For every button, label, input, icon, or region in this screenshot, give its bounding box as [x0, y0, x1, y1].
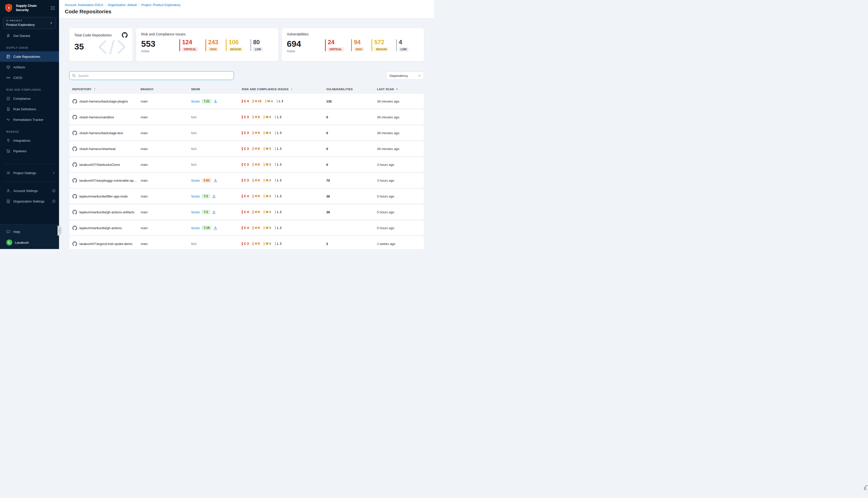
sidebar-item-get-started[interactable]: Get Started: [0, 30, 59, 41]
table-row[interactable]: tejakummarikuntla/gh-actions main Score …: [69, 220, 424, 235]
column-header-sbom[interactable]: SBOM: [191, 88, 242, 91]
sbom-score-link[interactable]: Score: [191, 100, 200, 103]
sort-asc-icon[interactable]: [395, 88, 399, 91]
sidebar-item-label: Help: [13, 230, 20, 234]
sbom-score-link[interactable]: Score: [191, 179, 200, 182]
download-sbom-icon[interactable]: [212, 194, 216, 198]
column-header-repository[interactable]: REPOSITORY: [69, 88, 141, 91]
brand-shield-logo: [4, 3, 13, 13]
sidebar-item-pipelines[interactable]: Pipelines: [0, 146, 59, 156]
repository-name[interactable]: shash-harness/backstage-test: [79, 131, 126, 135]
sort-icon[interactable]: [93, 88, 96, 91]
table-row[interactable]: lavakush07/easybuggy-vulnerable-app... m…: [69, 173, 424, 188]
active-label: Active: [141, 50, 179, 53]
table-row[interactable]: lavakush07/argocd-hub-spoke-demo main N/…: [69, 236, 424, 249]
sidebar-item-remediation-tracker[interactable]: Remediation Tracker: [0, 114, 59, 125]
issue-count-medium: M 3: [264, 195, 271, 198]
severity-chip: LOW: [253, 47, 263, 52]
sidebar-item-label: Project Settings: [13, 171, 36, 175]
last-scan-cell: 5 hours ago: [377, 195, 424, 198]
project-name: Product Exploratory: [6, 23, 35, 27]
column-header-vulnerabilities[interactable]: VULNERABILITIES: [326, 88, 377, 91]
sort-icon[interactable]: [290, 88, 293, 91]
breadcrumb-link[interactable]: Project: Product Exploratory: [142, 3, 181, 7]
column-header-risk-and-compliance-issues[interactable]: RISK AND COMPLIANCE ISSUES: [242, 88, 326, 91]
active-label: Active: [287, 50, 325, 53]
column-header-last-scan[interactable]: LAST SCAN: [377, 88, 424, 91]
rocket-icon: [6, 34, 10, 38]
stat-value: 124: [182, 39, 192, 45]
severity-bar: [275, 115, 276, 119]
sbom-not-available: N/A: [191, 163, 197, 167]
sbom-score-badge: 5.83: [202, 178, 212, 183]
table-row[interactable]: shash-harness/sandbox main N/A C 3 H 8 M…: [69, 109, 424, 124]
table-row[interactable]: lavakush07/StarbucksClone main N/A C 3 H…: [69, 157, 424, 172]
sidebar-item-project-settings[interactable]: Project Settings: [0, 168, 59, 178]
table-row[interactable]: shash-harness/backstage-plugins main Sco…: [69, 94, 424, 109]
repository-name[interactable]: lavakush07/argocd-hub-spoke-demo: [79, 242, 136, 246]
column-header-branch[interactable]: BRANCH: [141, 88, 191, 91]
sidebar-item-artifacts[interactable]: Artifacts: [0, 62, 59, 73]
table-row[interactable]: tejakummarikuntla/filler-app-node main S…: [69, 189, 424, 204]
sidebar-item-account-settings[interactable]: Account Settings: [0, 185, 59, 196]
sidebar-header: Supply Chain Security: [0, 0, 59, 15]
sidebar-item-help[interactable]: Help: [0, 226, 59, 237]
app-grid-icon[interactable]: [51, 6, 55, 10]
repository-name[interactable]: tejakummarikuntla/gh-actions-artifacts: [79, 210, 138, 214]
search-box: [69, 71, 234, 80]
github-icon: [72, 162, 77, 167]
repository-name[interactable]: lavakush07/easybuggy-vulnerable-app...: [79, 179, 141, 182]
sidebar-item-rule-definitions[interactable]: Rule Definitions: [0, 104, 59, 114]
repository-cell: shash-harness/sandbox: [69, 115, 141, 120]
issue-count-high: H 9: [253, 242, 259, 246]
breadcrumb-link[interactable]: Account: Automation-SSCA: [65, 3, 103, 7]
vulnerabilities-cell: 135: [326, 100, 377, 103]
repository-name[interactable]: tejakummarikuntla/filler-app-node: [79, 195, 131, 198]
issue-count-medium: M 4: [264, 131, 271, 135]
sidebar-item-organization-settings[interactable]: Organization Settings: [0, 196, 59, 207]
sbom-score-link[interactable]: Score: [191, 210, 200, 214]
repository-name[interactable]: shash-harness/backstage-plugins: [79, 100, 132, 103]
download-sbom-icon[interactable]: [213, 226, 217, 230]
sidebar-bottom: Help L Lavakush: [0, 224, 59, 249]
repository-name[interactable]: shash-harness/sandbox: [79, 115, 118, 119]
sidebar-item-ci-cd[interactable]: CI/CD: [0, 73, 59, 83]
project-selector[interactable]: PROJECT Product Exploratory: [3, 17, 56, 29]
severity-bar: [275, 242, 276, 246]
severity-bar: [242, 179, 243, 182]
download-sbom-icon[interactable]: [212, 210, 216, 214]
sidebar-section-title: RISK AND COMPLIANCE: [0, 83, 59, 93]
sidebar-item-integrations[interactable]: Integrations: [0, 135, 59, 146]
sbom-score-link[interactable]: Score: [191, 195, 200, 198]
sbom-cell: N/A: [191, 131, 242, 135]
repository-name[interactable]: shash-harness/shashwat: [79, 147, 119, 151]
issue-count-medium: M 4: [264, 115, 271, 119]
sbom-score-link[interactable]: Score: [191, 226, 200, 230]
table-row[interactable]: tejakummarikuntla/gh-actions-artifacts m…: [69, 205, 424, 220]
severity-bar: [253, 131, 253, 135]
card-total-repositories: Total Code Repositories 35: [69, 28, 133, 61]
table-row[interactable]: shash-harness/shashwat main N/A C 3 H 8 …: [69, 141, 424, 156]
breadcrumb-link[interactable]: Organization: default: [108, 3, 137, 7]
severity-bar: [264, 195, 265, 198]
user-menu[interactable]: L Lavakush: [0, 237, 59, 246]
last-scan-cell: 39 minutes ago: [377, 147, 424, 151]
repository-cell: lavakush07/easybuggy-vulnerable-app...: [69, 178, 141, 183]
download-sbom-icon[interactable]: [213, 179, 217, 182]
repository-name[interactable]: tejakummarikuntla/gh-actions: [79, 226, 125, 230]
stat-value: 4: [399, 39, 402, 45]
summary-cards: Total Code Repositories 35 Risk and Comp…: [69, 28, 424, 61]
last-scan-cell: 5 hours ago: [377, 210, 424, 214]
github-icon: [122, 32, 128, 38]
table-toolbar: Dependency: [69, 71, 424, 80]
sidebar-item-compliance[interactable]: Compliance: [0, 93, 59, 104]
download-sbom-icon[interactable]: [213, 99, 217, 103]
table-row[interactable]: shash-harness/backstage-test main N/A C …: [69, 126, 424, 141]
dependency-filter-dropdown[interactable]: Dependency: [386, 71, 424, 80]
search-input[interactable]: [69, 71, 234, 80]
issue-count-low: L 3: [277, 100, 283, 103]
issue-count-critical: C 4: [242, 210, 249, 214]
sidebar-item-code-repositories[interactable]: Code Repositories: [0, 51, 59, 62]
breadcrumb-separator: ›: [138, 3, 139, 7]
repository-name[interactable]: lavakush07/StarbucksClone: [79, 163, 123, 167]
